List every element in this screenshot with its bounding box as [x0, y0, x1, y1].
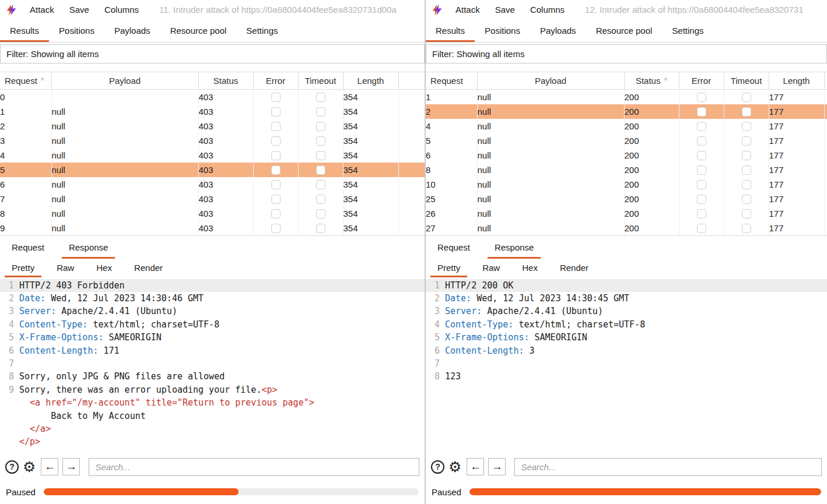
error-checkbox[interactable] — [697, 136, 706, 146]
result-row[interactable]: 4null403354 — [0, 148, 425, 163]
tab-response[interactable]: Response — [488, 236, 541, 259]
error-checkbox[interactable] — [271, 224, 281, 233]
menu-columns[interactable]: Columns — [97, 5, 146, 15]
timeout-checkbox[interactable] — [742, 209, 751, 218]
column-header-timeout[interactable]: Timeout — [724, 72, 769, 90]
timeout-checkbox[interactable] — [742, 165, 751, 175]
result-row[interactable]: 8null403354 — [0, 206, 425, 221]
settings-gear-button[interactable]: ⚙ — [23, 460, 36, 474]
tab-raw[interactable]: Raw — [475, 259, 507, 277]
tab-request[interactable]: Request — [5, 236, 51, 259]
timeout-checkbox[interactable] — [742, 136, 751, 146]
timeout-checkbox[interactable] — [316, 93, 325, 102]
tab-raw[interactable]: Raw — [50, 259, 81, 277]
column-header-error[interactable]: Error — [253, 72, 298, 90]
prev-match-button[interactable]: ← — [41, 458, 58, 475]
tab-request[interactable]: Request — [430, 236, 477, 259]
column-header-payload[interactable]: Payload — [477, 72, 624, 90]
result-row[interactable]: 2null200177 — [426, 104, 827, 119]
menu-save[interactable]: Save — [62, 5, 97, 15]
timeout-checkbox[interactable] — [316, 224, 325, 233]
menu-attack[interactable]: Attack — [22, 5, 62, 15]
column-header-request[interactable]: Request — [426, 72, 477, 90]
error-checkbox[interactable] — [697, 195, 706, 204]
column-header-status[interactable]: Status^ — [624, 72, 679, 90]
error-checkbox[interactable] — [697, 209, 706, 218]
error-checkbox[interactable] — [271, 136, 281, 146]
error-checkbox[interactable] — [697, 165, 706, 175]
error-checkbox[interactable] — [271, 209, 281, 218]
error-checkbox[interactable] — [271, 93, 281, 102]
timeout-checkbox[interactable] — [316, 195, 325, 204]
column-header-payload[interactable]: Payload — [51, 72, 198, 90]
response-editor[interactable]: 1HTTP/2 403 Forbidden2Date: Wed, 12 Jul … — [0, 277, 425, 454]
result-row[interactable]: 9null403354 — [0, 221, 425, 235]
filter-bar[interactable]: Filter: Showing all items — [0, 44, 425, 64]
result-row[interactable]: 0403354 — [0, 90, 425, 104]
tab-hex[interactable]: Hex — [89, 259, 119, 277]
tab-pretty[interactable]: Pretty — [5, 259, 41, 277]
tab-results[interactable]: Results — [426, 19, 475, 42]
result-row[interactable]: 8null200177 — [426, 163, 827, 177]
search-input[interactable] — [89, 458, 419, 476]
tab-payloads[interactable]: Payloads — [530, 19, 586, 42]
timeout-checkbox[interactable] — [742, 180, 751, 189]
tab-settings[interactable]: Settings — [236, 19, 288, 42]
tab-positions[interactable]: Positions — [475, 19, 530, 42]
error-checkbox[interactable] — [697, 224, 706, 233]
next-match-button[interactable]: → — [62, 458, 80, 475]
error-checkbox[interactable] — [271, 195, 281, 204]
result-row[interactable]: 7null403354 — [0, 192, 425, 206]
timeout-checkbox[interactable] — [742, 195, 751, 204]
result-row[interactable]: 4null200177 — [426, 119, 827, 133]
error-checkbox[interactable] — [271, 151, 281, 160]
result-row[interactable]: 10null200177 — [426, 177, 827, 192]
error-checkbox[interactable] — [271, 165, 281, 175]
timeout-checkbox[interactable] — [316, 136, 325, 146]
result-row[interactable]: 5null403354 — [0, 163, 425, 177]
error-checkbox[interactable] — [697, 122, 706, 131]
result-row[interactable]: 6null403354 — [0, 177, 425, 192]
menu-attack[interactable]: Attack — [448, 5, 488, 15]
menu-columns[interactable]: Columns — [523, 5, 572, 15]
tab-resource-pool[interactable]: Resource pool — [586, 19, 663, 42]
timeout-checkbox[interactable] — [316, 209, 325, 218]
timeout-checkbox[interactable] — [316, 180, 325, 189]
tab-hex[interactable]: Hex — [515, 259, 545, 277]
menu-save[interactable]: Save — [488, 5, 523, 15]
result-row[interactable]: 3null403354 — [0, 133, 425, 148]
timeout-checkbox[interactable] — [742, 122, 751, 131]
column-header-length[interactable]: Length — [769, 72, 824, 90]
error-checkbox[interactable] — [697, 151, 706, 160]
column-header-length[interactable]: Length — [343, 72, 398, 90]
timeout-checkbox[interactable] — [316, 151, 325, 160]
tab-positions[interactable]: Positions — [49, 19, 104, 42]
timeout-checkbox[interactable] — [316, 165, 325, 175]
error-checkbox[interactable] — [697, 93, 706, 102]
error-checkbox[interactable] — [271, 122, 281, 131]
tab-payloads[interactable]: Payloads — [104, 19, 160, 42]
tab-render[interactable]: Render — [127, 259, 170, 277]
result-row[interactable]: 1null403354 — [0, 104, 425, 119]
timeout-checkbox[interactable] — [316, 107, 325, 117]
error-checkbox[interactable] — [697, 180, 706, 189]
error-checkbox[interactable] — [697, 107, 706, 117]
column-header-error[interactable]: Error — [679, 72, 724, 90]
timeout-checkbox[interactable] — [742, 151, 751, 160]
tab-resource-pool[interactable]: Resource pool — [160, 19, 237, 42]
settings-gear-button[interactable]: ⚙ — [448, 460, 461, 474]
result-row[interactable]: 2null403354 — [0, 119, 425, 133]
result-row[interactable]: 5null200177 — [426, 133, 827, 148]
column-header-status[interactable]: Status — [198, 72, 253, 90]
tab-pretty[interactable]: Pretty — [430, 259, 467, 277]
timeout-checkbox[interactable] — [742, 224, 751, 233]
tab-render[interactable]: Render — [553, 259, 595, 277]
result-row[interactable]: 1null200177 — [426, 90, 827, 104]
tab-settings[interactable]: Settings — [662, 19, 713, 42]
result-row[interactable]: 26null200177 — [426, 206, 827, 221]
error-checkbox[interactable] — [271, 107, 281, 117]
filter-bar[interactable]: Filter: Showing all items — [426, 44, 827, 64]
search-input[interactable] — [514, 458, 822, 476]
help-button[interactable]: ? — [5, 460, 19, 474]
column-header-request[interactable]: Request^ — [0, 72, 51, 90]
